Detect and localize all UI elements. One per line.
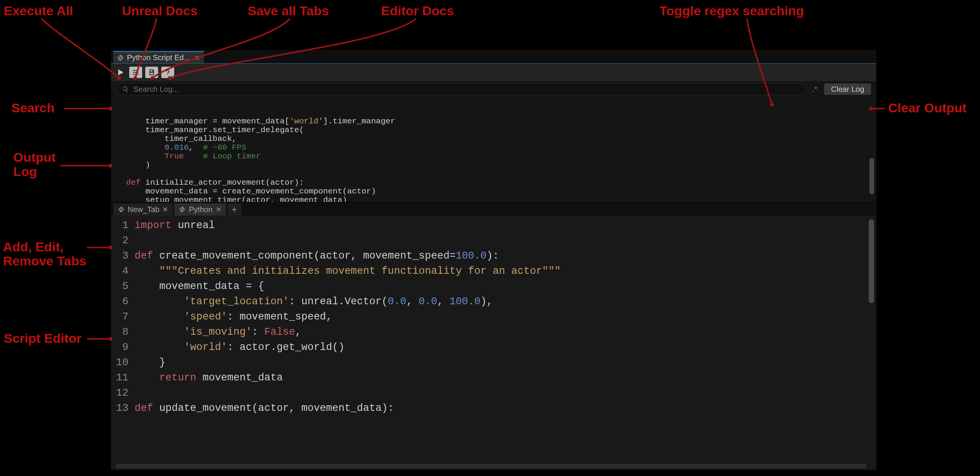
annotation-save-all-tabs: Save all Tabs — [248, 4, 329, 18]
lines-icon — [132, 69, 140, 76]
annotation-clear-output: Clear Output — [888, 101, 967, 115]
output-log-scrollbar[interactable] — [869, 158, 874, 194]
editor-vscrollbar[interactable] — [869, 219, 874, 303]
script-tab-label: New_Tab — [128, 205, 159, 214]
editor-docs-button[interactable] — [161, 67, 174, 78]
output-log[interactable]: timer_manager = movement_data['world'].t… — [111, 97, 876, 202]
tab-close-icon[interactable]: ✕ — [162, 205, 168, 214]
script-tab-python[interactable]: Python ✕ — [174, 203, 226, 216]
annotation-output-log: Output Log — [13, 150, 56, 179]
annotation-toggle-regex: Toggle regex searching — [659, 4, 804, 18]
tab-close-icon[interactable]: ✕ — [216, 205, 221, 214]
script-tab-new_tab[interactable]: New_Tab ✕ — [113, 203, 173, 216]
annotation-search: Search — [11, 101, 55, 115]
save-icon — [148, 69, 156, 76]
code-content[interactable]: import unreal def create_movement_compon… — [132, 216, 876, 470]
annotation-execute-all: Execute All — [4, 4, 73, 18]
window-titlebar: Python Script Ed… ✕ — [111, 50, 876, 64]
window-title-tab[interactable]: Python Script Ed… ✕ — [113, 51, 204, 63]
python-icon — [118, 206, 125, 213]
python-script-editor-window: Python Script Ed… ✕ .* Clear Log timer_m… — [111, 50, 877, 470]
help-icon — [164, 69, 172, 76]
annotation-add-edit-remove: Add, Edit, Remove Tabs — [3, 240, 87, 268]
clear-log-button[interactable]: Clear Log — [824, 83, 871, 95]
output-log-content: timer_manager = movement_data['world'].t… — [126, 117, 865, 202]
search-input[interactable] — [133, 85, 800, 94]
script-tab-label: Python — [189, 205, 212, 214]
annotation-editor-docs: Editor Docs — [381, 4, 454, 18]
editor-hscrollbar[interactable] — [115, 464, 866, 468]
regex-toggle-button[interactable]: .* — [810, 85, 820, 94]
toolbar — [111, 64, 876, 81]
unreal-docs-button[interactable] — [129, 67, 142, 78]
search-input-container[interactable] — [116, 83, 805, 95]
search-icon — [122, 86, 129, 93]
script-editor[interactable]: 1 2 3 4 5 6 7 8 9 10 11 12 13 import unr… — [111, 216, 876, 470]
python-icon — [117, 54, 124, 61]
script-tabs: New_Tab ✕ Python ✕ + — [111, 202, 876, 216]
add-tab-button[interactable]: + — [228, 203, 241, 216]
python-icon — [179, 206, 186, 213]
annotation-unreal-docs: Unreal Docs — [122, 4, 197, 18]
annotation-script-editor: Script Editor — [4, 331, 82, 345]
line-number-gutter: 1 2 3 4 5 6 7 8 9 10 11 12 13 — [111, 216, 132, 470]
save-all-tabs-button[interactable] — [145, 67, 158, 78]
window-title-label: Python Script Ed… — [127, 53, 191, 62]
execute-all-button[interactable] — [115, 67, 126, 78]
window-title-close-icon[interactable]: ✕ — [194, 54, 200, 62]
play-icon — [116, 68, 125, 77]
search-bar: .* Clear Log — [111, 81, 876, 97]
